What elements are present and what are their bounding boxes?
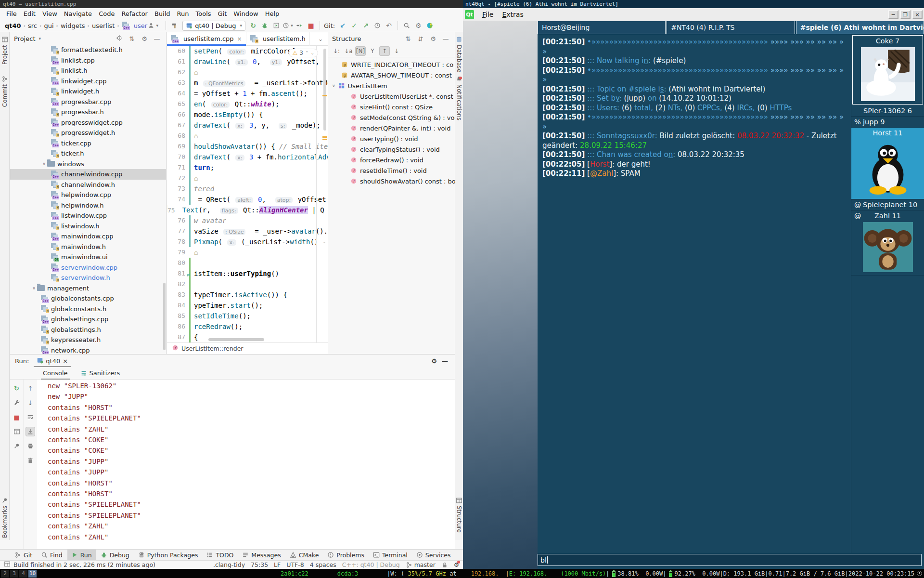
build-settings-button[interactable] (12, 398, 22, 407)
workspace-3[interactable]: 3 (10, 570, 18, 578)
tree-file-mainwindow-ui[interactable]: Qtmainwindow.ui (10, 252, 166, 263)
structure-item[interactable]: fsetMode(const QString &) : voi (328, 112, 455, 123)
menu-window[interactable]: Window (230, 10, 261, 17)
menu-git[interactable]: Git (215, 10, 231, 17)
up-stack-button[interactable]: ↑ (26, 383, 35, 393)
structure-item[interactable]: fuserTyping() : void (328, 133, 455, 144)
git-push-button[interactable]: ↗ (360, 20, 372, 31)
toolwindow-tab-python-packages[interactable]: Python Packages (134, 550, 202, 561)
channel-tab-horst-beijing[interactable]: Horst@Beijing (538, 21, 666, 34)
scroll-from-source-button[interactable]: ↑ (379, 46, 390, 56)
tree-file-channelwindow-h[interactable]: Hchannelwindow.h (10, 180, 166, 190)
structure-item[interactable]: fforceRedraw() : void (328, 155, 455, 165)
project-settings-button[interactable]: ⚙ (139, 35, 150, 42)
menu-file[interactable]: File (3, 10, 20, 17)
rerun-button[interactable]: ↻ (12, 383, 22, 393)
tree-file-mainwindow-h[interactable]: Hmainwindow.h (10, 242, 166, 252)
toolwindow-tab-todo[interactable]: TODO (203, 550, 237, 561)
chevron-down-icon[interactable]: ▾ (38, 36, 41, 41)
soft-wrap-button[interactable] (26, 412, 35, 422)
tree-file-listwindow-h[interactable]: Hlistwindow.h (10, 221, 166, 232)
stop-button[interactable]: ■ (12, 412, 22, 422)
print-button[interactable] (26, 441, 35, 451)
user-spieleplanet[interactable]: Spieleplanet 10@ (851, 199, 924, 210)
sort-by-type-button[interactable]: ↓: (331, 46, 342, 56)
project-scrollbar[interactable] (163, 283, 166, 350)
scroll-to-end-button[interactable] (26, 427, 35, 436)
structure-item[interactable]: gWRITE_INDICATOR_TIMEOUT : co (328, 59, 455, 70)
tree-file-network-cpp[interactable]: C++network.cpp (10, 345, 166, 355)
user-jupp[interactable]: jupp 9% (851, 117, 924, 128)
collapse-all-button[interactable]: ⇅ (127, 35, 137, 42)
user-coke[interactable]: Coke 7 (852, 35, 923, 105)
tool-strip-commit[interactable]: Commit (0, 76, 9, 107)
attach-button[interactable] (294, 20, 305, 31)
breadcrumb-qt40[interactable]: qt40 (5, 22, 21, 29)
tree-file-progresswidget-h[interactable]: Hprogresswidget.h (10, 128, 166, 138)
warning-stripe[interactable] (322, 139, 327, 140)
tree-file-formattedtextedit-h[interactable]: Hformattedtextedit.h (10, 45, 166, 55)
git-commit-button[interactable]: ✓ (348, 20, 360, 31)
profiler-button[interactable]: ▾ (282, 20, 294, 31)
clear-console-button[interactable] (26, 456, 35, 465)
down-stack-button[interactable]: ↓ (26, 398, 35, 407)
close-icon[interactable]: × (63, 357, 68, 365)
code-area[interactable]: 60setPen( color: mircColors[61drawLine( … (167, 46, 328, 342)
restore-button[interactable]: ❐ (900, 10, 911, 19)
structure-item[interactable]: frender(QPainter &, int) : void (328, 123, 455, 133)
tool-strip-notifications[interactable]: Notifications (455, 76, 463, 120)
pin-button[interactable] (12, 441, 22, 451)
tree-file-progresswidget-cpp[interactable]: C++progresswidget.cpp (10, 118, 166, 128)
menu-edit[interactable]: Edit (20, 10, 39, 17)
scroll-to-source-button[interactable]: ↓ (391, 46, 402, 56)
structure-item[interactable]: fUserListItem(UserList *, const (328, 91, 455, 102)
tree-file-helpwindow-h[interactable]: Hhelpwindow.h (10, 200, 166, 211)
user-horst[interactable]: Horst 11 (851, 128, 924, 199)
tree-file-globalconstants-cpp[interactable]: C++globalconstants.cpp (10, 293, 166, 304)
coverage-button[interactable] (270, 20, 282, 31)
toolwindow-tab-messages[interactable]: Messages (238, 550, 284, 561)
status-segment[interactable]: UTF-8 (286, 561, 304, 568)
editor-breadcrumb[interactable]: f UserListItem::render (167, 342, 328, 354)
git-rollback-button[interactable]: ↶ (383, 20, 395, 31)
warning-stripe[interactable] (322, 136, 327, 138)
settings-notification-icon[interactable]: ⚙ (454, 561, 459, 568)
tree-file-globalconstants-h[interactable]: Hglobalconstants.h (10, 304, 166, 315)
structure-item[interactable]: fresetIdleTime() : void (328, 165, 455, 176)
structure-item[interactable]: fclearTypingStatus() : void (328, 144, 455, 155)
workspace-2[interactable]: 2 (1, 570, 9, 578)
inspections-widget[interactable]: ⚠ 3 ⌃ ⌄ (289, 49, 319, 57)
hide-panel-button[interactable]: — (440, 35, 451, 42)
menu-view[interactable]: View (39, 10, 61, 17)
chat-log[interactable]: [00:21:50] •»»»»»»»»»»»»»»»»»»»»»»»»»»»»… (538, 34, 851, 553)
debug-button[interactable] (259, 20, 270, 31)
menu-run[interactable]: Run (174, 10, 192, 17)
run-view-tab-sanitizers[interactable]: Sanitizers (78, 367, 122, 380)
collapse-all-button[interactable]: ⇅ (415, 35, 426, 42)
tree-file-serverwindow-h[interactable]: Hserverwindow.h (10, 273, 166, 283)
channel-tab--nt40-4-r-i-p-ts[interactable]: #NT40 (4) R.I.P. TS (667, 21, 795, 34)
hide-panel-button[interactable]: — (152, 35, 162, 42)
menu-refactor[interactable]: Refactor (118, 10, 151, 17)
stop-button[interactable]: ■ (305, 20, 317, 31)
workspace-10[interactable]: 10 (28, 570, 37, 578)
structure-settings-button[interactable]: ⚙ (428, 35, 438, 42)
tree-folder-windows[interactable]: ∨windows (10, 159, 166, 170)
tool-strip-database[interactable]: Database (455, 36, 463, 72)
toolwindow-tab-terminal[interactable]: Terminal (369, 550, 411, 561)
tree-file-mainwindow-cpp[interactable]: C++mainwindow.cpp (10, 231, 166, 242)
menu-tools[interactable]: Tools (192, 10, 215, 17)
toolwindow-tab-services[interactable]: Services (412, 550, 455, 561)
tree-file-progressbar-h[interactable]: Hprogressbar.h (10, 107, 166, 118)
next-inspection-icon[interactable]: ⌄ (310, 51, 314, 55)
user-profile-icon[interactable]: ▾ (147, 20, 159, 31)
run-settings-button[interactable]: ⚙ (431, 357, 437, 365)
tree-file-helpwindow-cpp[interactable]: C++helpwindow.cpp (10, 190, 166, 200)
irc-menu-file[interactable]: File (478, 11, 498, 18)
git-history-button[interactable] (372, 20, 383, 31)
channel-tab--spiele-6-athi-wohnt-im-dartviert[interactable]: #spiele (6) Athi wohnt im Dartviert (796, 21, 924, 34)
breadcrumb-src[interactable]: src (28, 22, 37, 29)
toolwindow-tab-cmake[interactable]: CMake (286, 550, 323, 561)
status-segment[interactable]: 75:35 (251, 561, 268, 568)
tree-file-linkwidget-h[interactable]: Hlinkwidget.h (10, 86, 166, 97)
